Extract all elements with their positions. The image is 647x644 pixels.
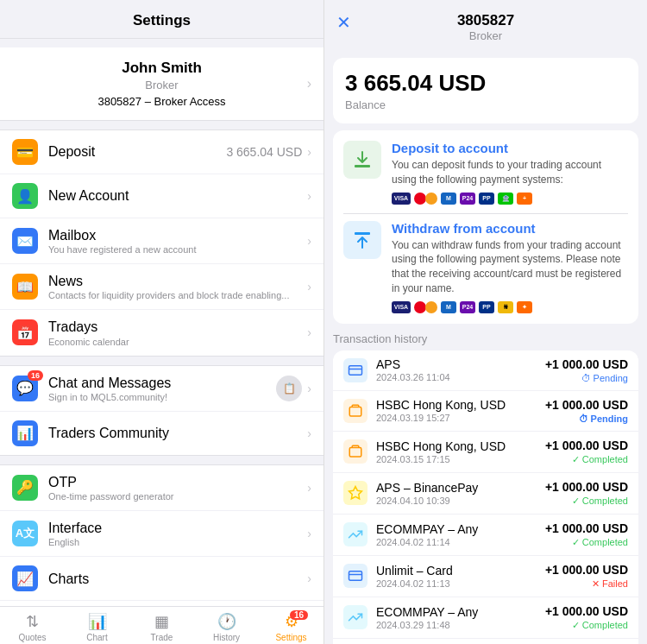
withdraw-img <box>343 221 381 259</box>
bottom-nav: ⇅ Quotes 📊 Chart ▦ Trade 🕐 History ⚙ 16 … <box>0 606 324 644</box>
menu-item-traders[interactable]: 📊 Traders Community › <box>0 412 324 455</box>
tx-item-5[interactable]: ECOMMPAY – Any 2024.04.02 11:14 +1 000.0… <box>333 515 638 556</box>
tx-icon-5 <box>343 522 367 546</box>
profile-section[interactable]: John Smith Broker 3805827 – Broker Acces… <box>0 47 324 121</box>
tx-icon-6 <box>343 564 367 588</box>
new-account-label: New Account <box>48 187 307 204</box>
svg-marker-6 <box>349 487 362 499</box>
tx-icon-3 <box>343 439 367 464</box>
tx-date-4: 2024.04.10 10:39 <box>376 496 545 506</box>
mailbox-chevron-icon: › <box>307 234 311 248</box>
tx-item-1[interactable]: APS 2024.03.26 11:04 +1 000.00 USD ⏱ Pen… <box>333 350 638 391</box>
tradays-icon: 📅 <box>12 319 38 345</box>
tx-amount-3: +1 000.00 USD <box>545 439 628 452</box>
tx-date-5: 2024.04.02 11:14 <box>376 537 545 547</box>
news-sub: Contacts for liquidity providers and blo… <box>48 290 307 300</box>
tx-date-6: 2024.04.02 11:13 <box>376 578 545 589</box>
tx-item-2[interactable]: HSBC Hong Kong, USD 2024.03.19 15:27 +1 … <box>333 391 638 432</box>
menu-item-interface[interactable]: A文 Interface English › <box>0 511 324 557</box>
mailbox-icon: ✉️ <box>12 228 38 254</box>
interface-sub: English <box>48 537 307 547</box>
chat-label: Chat and Messages <box>48 375 276 391</box>
tx-status-2: ⏱ Pending <box>545 414 628 424</box>
nav-quotes[interactable]: ⇅ Quotes <box>0 612 65 642</box>
tradays-sub: Economic calendar <box>48 337 307 347</box>
right-header: ✕ 3805827 Broker <box>324 0 647 51</box>
charts-chevron-icon: › <box>307 571 311 585</box>
w-extra-icon: ✦ <box>517 301 532 313</box>
new-account-icon: 👤 <box>12 183 38 209</box>
settings-nav-badge: 16 <box>290 610 308 620</box>
quotes-icon: ⇅ <box>26 612 39 631</box>
svg-rect-0 <box>355 165 370 167</box>
charts-label: Charts <box>48 571 307 587</box>
deposit-chevron-icon: › <box>307 145 311 159</box>
svg-rect-4 <box>349 407 361 416</box>
svg-rect-7 <box>349 571 362 581</box>
tx-name-7: ECOMMPAY – Any <box>376 605 545 619</box>
nav-trade-label: Trade <box>151 633 173 642</box>
chart-icon: 📊 <box>88 612 107 631</box>
tx-item-6[interactable]: Unlimit – Card 2024.04.02 11:13 +1 000.0… <box>333 556 638 597</box>
left-panel: Settings John Smith Broker 3805827 – Bro… <box>0 0 324 644</box>
nav-chart[interactable]: 📊 Chart <box>65 612 129 642</box>
nav-quotes-label: Quotes <box>18 633 46 642</box>
mailbox-sub: You have registered a new account <box>48 244 307 255</box>
tx-icon-7 <box>343 605 367 629</box>
withdraw-payment-icons: VISA M P24 PP ₦ ✦ <box>392 301 628 313</box>
history-icon: 🕐 <box>217 612 236 631</box>
tx-status-1: ⏱ Pending <box>545 373 628 383</box>
chat-action-icon: 📋 <box>276 376 302 401</box>
tx-icon-2 <box>343 399 367 423</box>
w-paypal-icon: PP <box>479 301 494 313</box>
profile-account: 3805827 – Broker Access <box>97 95 225 108</box>
interface-label: Interface <box>48 520 307 536</box>
w-maestro-icon: M <box>441 301 456 313</box>
tx-status-6: ✕ Failed <box>545 578 628 590</box>
deposit-value: 3 665.04 USD <box>226 145 302 159</box>
menu-item-tradays[interactable]: 📅 Tradays Economic calendar › <box>0 310 324 355</box>
p24-icon: P24 <box>460 193 475 205</box>
withdraw-title: Withdraw from account <box>392 221 628 236</box>
menu-item-otp[interactable]: 🔑 OTP One-time password generator › <box>0 465 324 511</box>
menu-item-mailbox[interactable]: ✉️ Mailbox You have registered a new acc… <box>0 218 324 264</box>
extra-icon: + <box>517 193 532 205</box>
deposit-payment-icons: VISA M P24 PP 🏦 + <box>392 193 628 205</box>
right-header-sub: Broker <box>359 29 612 42</box>
tx-item-4[interactable]: APS – BinancePay 2024.04.10 10:39 +1 000… <box>333 473 638 515</box>
traders-label: Traders Community <box>48 425 307 441</box>
nav-settings[interactable]: ⚙ 16 Settings <box>259 612 324 642</box>
menu-group-1: 💳 Deposit 3 665.04 USD › 👤 New Account ›… <box>0 129 324 357</box>
menu-item-news[interactable]: 📖 News Contacts for liquidity providers … <box>0 264 324 310</box>
menu-item-new-account[interactable]: 👤 New Account › <box>0 174 324 218</box>
tx-name-3: HSBC Hong Kong, USD <box>376 439 545 453</box>
menu-item-charts[interactable]: 📈 Charts › <box>0 557 324 601</box>
menu-item-chat[interactable]: 💬 16 Chat and Messages Sign in to MQL5.c… <box>0 366 324 412</box>
divider <box>343 213 628 214</box>
nav-history[interactable]: 🕐 History <box>194 612 259 642</box>
settings-header: Settings <box>0 0 324 39</box>
nav-trade[interactable]: ▦ Trade <box>129 612 194 642</box>
tx-item-7[interactable]: ECOMMPAY – Any 2024.03.29 11:48 +1 000.0… <box>333 597 638 639</box>
chat-chevron-icon: › <box>307 382 311 395</box>
svg-rect-2 <box>349 366 362 376</box>
w-p24-icon: P24 <box>460 301 475 313</box>
otp-icon: 🔑 <box>12 475 38 501</box>
withdraw-desc: You can withdraw funds from your trading… <box>392 238 628 296</box>
menu-item-journal[interactable]: ☰ Journal › <box>0 601 324 606</box>
tx-section: Transaction history APS 2024.03.26 11:04… <box>333 329 638 644</box>
tx-item-3[interactable]: HSBC Hong Kong, USD 2024.03.15 17:15 +1 … <box>333 432 638 473</box>
nav-settings-label: Settings <box>275 633 306 642</box>
tx-icon-1 <box>343 358 367 382</box>
deposit-row: Deposit to account You can deposit funds… <box>343 141 628 205</box>
otp-label: OTP <box>48 474 307 490</box>
w-crypto-icon: ₦ <box>498 301 513 313</box>
tx-status-5: ✓ Completed <box>545 537 628 548</box>
tx-amount-5: +1 000.00 USD <box>545 521 628 535</box>
news-chevron-icon: › <box>307 280 311 294</box>
tx-item-8[interactable]: ECOMMPAY – Any 2024.03.29 11:46 +12.00 U… <box>333 639 638 644</box>
close-button[interactable]: ✕ <box>336 12 351 33</box>
tx-name-4: APS – BinancePay <box>376 481 545 495</box>
menu-item-deposit[interactable]: 💳 Deposit 3 665.04 USD › <box>0 130 324 174</box>
menu-section: 💳 Deposit 3 665.04 USD › 👤 New Account ›… <box>0 121 324 606</box>
